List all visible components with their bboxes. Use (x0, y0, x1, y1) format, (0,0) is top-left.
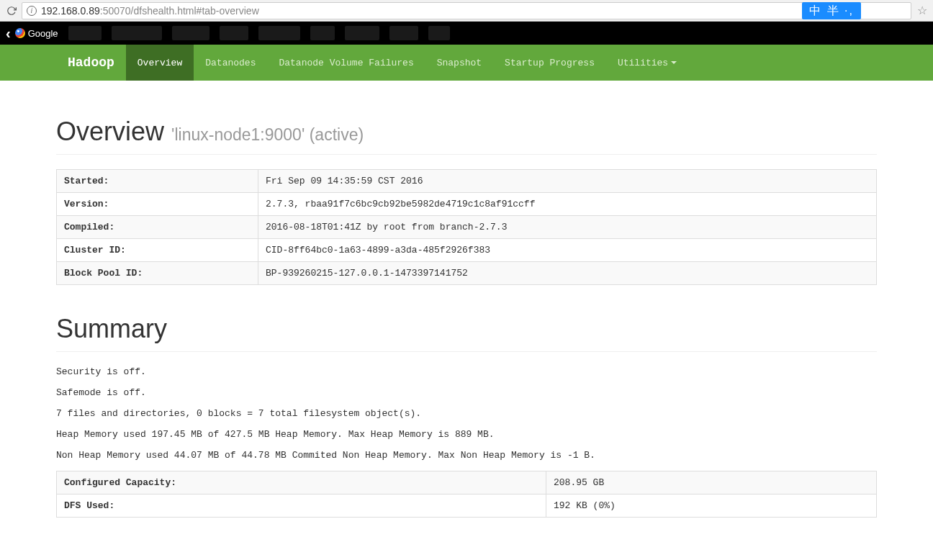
row-value: 208.95 GB (546, 471, 877, 494)
nav-tab-utilities-label: Utilities (618, 58, 668, 68)
nav-tab-snapshot[interactable]: Snapshot (425, 45, 493, 81)
refresh-icon[interactable] (6, 5, 17, 17)
nav-brand[interactable]: Hadoop (56, 45, 126, 81)
main-navbar: Hadoop Overview Datanodes Datanode Volum… (0, 45, 933, 81)
bookmark-google[interactable]: Google (15, 28, 58, 39)
site-info-icon[interactable]: i (27, 6, 37, 16)
row-label: Cluster ID: (57, 239, 258, 262)
summary-line: 7 files and directories, 0 blocks = 7 to… (56, 408, 877, 419)
nav-tab-overview[interactable]: Overview (126, 45, 194, 81)
bookmark-item[interactable] (172, 26, 209, 40)
ime-indicator[interactable]: 中 半 ·, (802, 2, 861, 19)
bookmark-item[interactable] (345, 26, 379, 40)
bookmark-item[interactable] (389, 26, 418, 40)
table-row: Version: 2.7.3, rbaa91f7c6bc9cb92be5982d… (57, 193, 877, 216)
overview-subtitle: 'linux-node1:9000' (active) (171, 125, 364, 144)
summary-text-block: Security is off. Safemode is off. 7 file… (56, 366, 877, 461)
row-value: 192 KB (0%) (546, 494, 877, 518)
table-row: Cluster ID: CID-8ff64bc0-1a63-4899-a3da-… (57, 239, 877, 262)
bookmark-item[interactable] (428, 26, 450, 40)
url-host: 192.168.0.89 (41, 5, 100, 17)
nav-tab-startup-progress[interactable]: Startup Progress (493, 45, 606, 81)
row-label: DFS Used: (57, 494, 546, 518)
bookmarks-bar: ‹ Google (0, 22, 933, 45)
overview-heading: Overview (56, 117, 164, 146)
row-label: Compiled: (57, 216, 258, 239)
nav-tab-datanodes[interactable]: Datanodes (194, 45, 267, 81)
row-value: 2.7.3, rbaa91f7c6bc9cb92be5982de4719c1c8… (258, 193, 877, 216)
table-row: Configured Capacity: 208.95 GB (57, 471, 877, 494)
bookmark-item[interactable] (310, 26, 335, 40)
summary-line: Heap Memory used 197.45 MB of 427.5 MB H… (56, 429, 877, 440)
bookmark-item[interactable] (112, 26, 162, 40)
summary-line: Safemode is off. (56, 387, 877, 398)
row-value: BP-939260215-127.0.0.1-1473397141752 (258, 262, 877, 285)
bookmark-item[interactable] (258, 26, 300, 40)
table-row: Compiled: 2016-08-18T01:41Z by root from… (57, 216, 877, 239)
overview-table: Started: Fri Sep 09 14:35:59 CST 2016 Ve… (56, 169, 877, 285)
table-row: DFS Used: 192 KB (0%) (57, 494, 877, 518)
row-value: Fri Sep 09 14:35:59 CST 2016 (258, 170, 877, 193)
bookmark-item[interactable] (220, 26, 248, 40)
url-input[interactable]: i 192.168.0.89:50070/dfshealth.html#tab-… (22, 2, 911, 19)
row-label: Configured Capacity: (57, 471, 546, 494)
row-label: Block Pool ID: (57, 262, 258, 285)
bookmark-item[interactable] (68, 26, 102, 40)
nav-tab-datanode-volume-failures[interactable]: Datanode Volume Failures (267, 45, 425, 81)
bookmark-star-icon[interactable]: ☆ (917, 4, 927, 17)
google-favicon-icon (15, 28, 25, 38)
main-content: Overview 'linux-node1:9000' (active) Sta… (56, 117, 877, 546)
page-title: Overview 'linux-node1:9000' (active) (56, 117, 877, 155)
row-value: CID-8ff64bc0-1a63-4899-a3da-485f2926f383 (258, 239, 877, 262)
row-value: 2016-08-18T01:41Z by root from branch-2.… (258, 216, 877, 239)
row-label: Version: (57, 193, 258, 216)
nav-tab-utilities[interactable]: Utilities (606, 45, 688, 81)
summary-line: Non Heap Memory used 44.07 MB of 44.78 M… (56, 450, 877, 461)
browser-address-bar: i 192.168.0.89:50070/dfshealth.html#tab-… (0, 0, 933, 22)
bookmark-label: Google (28, 28, 58, 39)
table-row: Started: Fri Sep 09 14:35:59 CST 2016 (57, 170, 877, 193)
summary-line: Security is off. (56, 366, 877, 377)
summary-table: Configured Capacity: 208.95 GB DFS Used:… (56, 471, 877, 518)
chevron-down-icon (671, 61, 677, 64)
history-dropdown-icon[interactable]: ‹ (6, 25, 11, 42)
summary-heading: Summary (56, 314, 877, 352)
table-row: Block Pool ID: BP-939260215-127.0.0.1-14… (57, 262, 877, 285)
row-label: Started: (57, 170, 258, 193)
url-path: :50070/dfshealth.html#tab-overview (100, 5, 259, 17)
